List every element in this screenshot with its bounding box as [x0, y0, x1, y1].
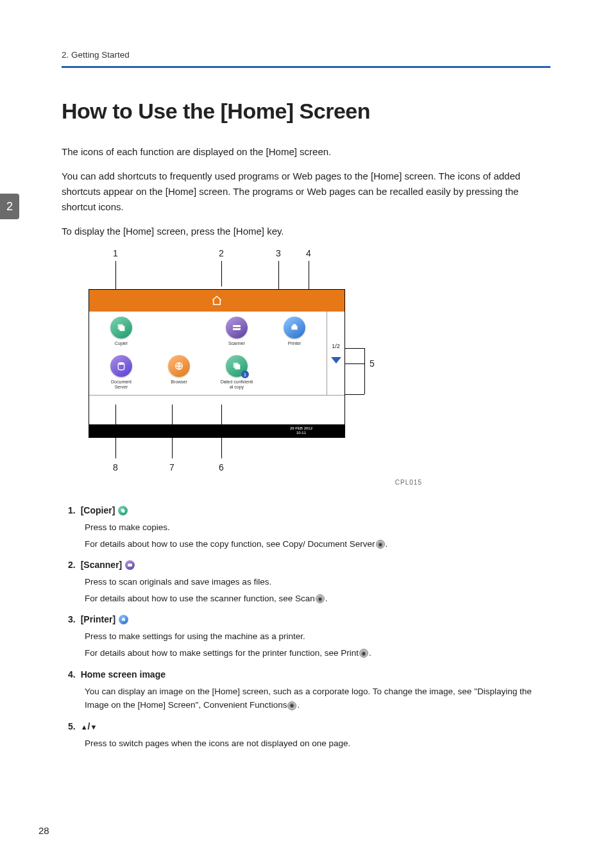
list-item-5: 5. ▲/▼ Press to switch pages when the ic… [68, 721, 550, 751]
arrow-down-icon [331, 357, 341, 363]
scanner-icon [125, 560, 135, 570]
intro-p1: The icons of each function are displayed… [62, 144, 550, 160]
intro-p2: You can add shortcuts to frequently used… [62, 169, 550, 215]
callout-8: 8 [113, 462, 118, 472]
home-icon [210, 294, 224, 308]
icon-copier: Copier [96, 317, 147, 351]
svg-rect-4 [291, 326, 297, 330]
item-3-desc1: Press to make settings for using the mac… [85, 630, 550, 644]
item-2-desc1: Press to scan originals and save images … [85, 575, 550, 589]
device-status-bar: 29 FEB 201210:11 [89, 424, 344, 437]
icon-docserver-label: DocumentServer [96, 380, 147, 390]
item-3-num: 3. [68, 614, 76, 624]
icon-browser: Browser [153, 355, 205, 390]
document-server-icon [110, 355, 132, 377]
header-rule [62, 66, 550, 68]
callout-3: 3 [276, 248, 281, 258]
printer-icon [284, 317, 305, 338]
list-item-1: 1. [Copier] Press to make copies. For de… [68, 505, 550, 551]
item-1-num: 1. [68, 505, 76, 515]
svg-rect-11 [122, 510, 125, 513]
page-title: How to Use the [Home] Screen [62, 99, 550, 124]
callout-6: 6 [219, 462, 224, 472]
copier-icon [110, 317, 132, 338]
item-1-desc2: For details about how to use the copy fu… [85, 537, 550, 551]
cd-reference-icon: ◉ [316, 594, 325, 603]
scanner-icon [226, 317, 248, 338]
cd-reference-icon: ◉ [287, 701, 296, 710]
item-4-num: 4. [68, 669, 76, 680]
device-panel: Copier Scanner [89, 289, 345, 438]
list-item-4: 4. Home screen image You can display an … [68, 669, 550, 712]
callouts-top: 1 2 3 4 [89, 248, 422, 261]
icon-scanner: Scanner [211, 317, 262, 351]
page-number: 28 [38, 825, 49, 836]
item-2-title: [Scanner] [81, 560, 123, 570]
callout-7: 7 [169, 462, 174, 472]
callout-1: 1 [113, 248, 118, 258]
item-3-desc2: For details about how to make settings f… [85, 646, 550, 660]
icon-printer-label: Printer [269, 341, 320, 351]
item-3-title: [Printer] [81, 614, 115, 624]
icon-dated: 1 Dated confidential copy [211, 355, 262, 390]
intro-p3: To display the [Home] screen, press the … [62, 224, 550, 239]
printer-icon [119, 615, 128, 624]
svg-point-6 [118, 362, 124, 365]
item-1-title: [Copier] [81, 505, 115, 515]
running-head: 2. Getting Started [62, 50, 550, 60]
callouts-bottom: 8 7 6 [89, 462, 422, 475]
callout-4: 4 [306, 248, 311, 258]
callout-2: 2 [219, 248, 224, 258]
cd-reference-icon: ◉ [359, 649, 368, 658]
svg-rect-1 [119, 326, 124, 331]
dated-confidential-icon: 1 [226, 355, 248, 377]
icon-printer: Printer [269, 317, 320, 351]
chapter-tab: 2 [0, 194, 19, 219]
item-5-desc1: Press to switch pages when the icons are… [85, 737, 550, 751]
callout-5: 5 [370, 358, 375, 369]
device-top-bar [89, 290, 344, 312]
item-4-desc1: You can display an image on the [Home] s… [85, 685, 550, 712]
icon-browser-label: Browser [153, 380, 205, 390]
device-grid: Copier Scanner [89, 312, 344, 395]
list-item-3: 3. [Printer] Press to make settings for … [68, 614, 550, 660]
item-1-desc1: Press to make copies. [85, 521, 550, 535]
svg-rect-13 [122, 619, 125, 621]
definition-list: 1. [Copier] Press to make copies. For de… [68, 505, 550, 750]
item-2-desc2: For details about how to use the scanner… [85, 592, 550, 606]
device-pager: 1/2 [327, 312, 344, 395]
home-screen-figure: 1 2 3 4 [89, 248, 422, 486]
svg-rect-14 [123, 617, 124, 619]
figure-code: CPL015 [89, 479, 422, 486]
browser-icon [168, 355, 190, 377]
svg-rect-5 [293, 324, 296, 326]
pager-text: 1/2 [332, 343, 340, 349]
item-2-num: 2. [68, 560, 76, 570]
item-5-num: 5. [68, 721, 76, 731]
icon-docserver: DocumentServer [96, 355, 147, 390]
svg-rect-12 [128, 563, 132, 567]
icon-copier-label: Copier [96, 341, 147, 351]
svg-rect-9 [235, 364, 240, 369]
icon-scanner-label: Scanner [211, 341, 262, 351]
item-5-title: ▲/▼ [81, 721, 98, 731]
copier-icon [118, 506, 128, 515]
cd-reference-icon: ◉ [376, 540, 385, 549]
icon-dated-label: Dated confidential copy [211, 380, 262, 390]
list-item-2: 2. [Scanner] Press to scan originals and… [68, 560, 550, 605]
item-4-title: Home screen image [81, 669, 166, 680]
